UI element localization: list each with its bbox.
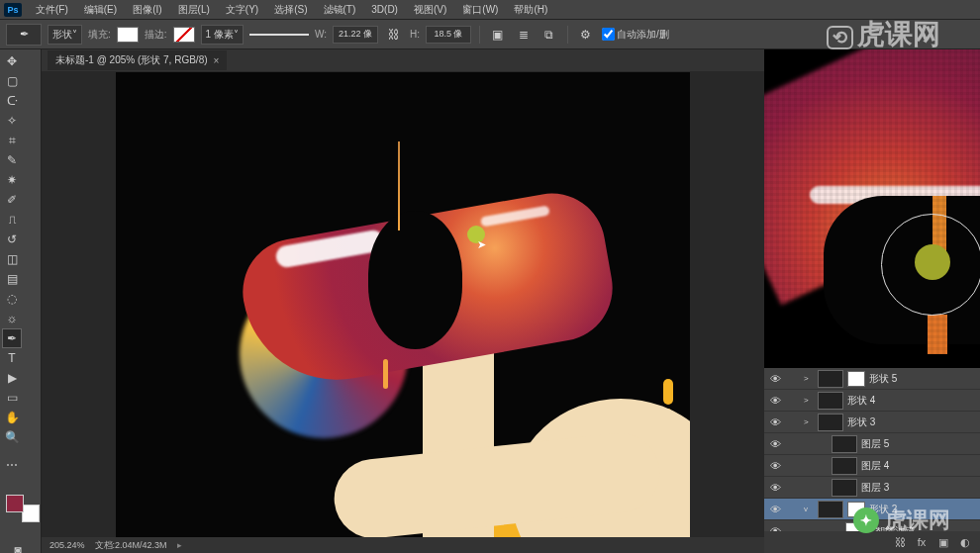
layer-row[interactable]: 👁智能滤镜 xyxy=(764,520,980,531)
layer-thumbnail[interactable] xyxy=(818,370,843,388)
layer-thumbnail[interactable] xyxy=(818,392,843,410)
tool-mode-select[interactable]: 形状 ˅ xyxy=(48,25,82,45)
layer-thumbnail[interactable] xyxy=(818,501,843,518)
menu-file[interactable]: 文件(F) xyxy=(28,3,76,17)
expand-arrow-icon[interactable]: > xyxy=(804,417,814,426)
menu-select[interactable]: 选择(S) xyxy=(266,3,315,17)
canvas[interactable]: ➤ xyxy=(116,72,690,537)
layer-row[interactable]: 👁图层 5 xyxy=(764,433,980,455)
gradient-tool[interactable]: ▤ xyxy=(2,269,22,289)
layer-name[interactable]: 图层 4 xyxy=(861,459,889,473)
eraser-tool[interactable]: ◫ xyxy=(2,249,22,269)
layer-thumbnail[interactable] xyxy=(832,479,857,497)
path-select-tool[interactable]: ▶ xyxy=(2,368,22,388)
layer-name[interactable]: 智能滤镜 xyxy=(875,524,915,532)
layer-thumbnail[interactable] xyxy=(845,522,871,532)
healing-tool[interactable]: ✷ xyxy=(2,170,22,190)
expand-arrow-icon[interactable]: > xyxy=(804,396,814,405)
expand-arrow-icon[interactable]: > xyxy=(804,374,814,383)
settings-gear-icon[interactable]: ⚙ xyxy=(576,25,596,45)
document-tab[interactable]: 未标题-1 @ 205% (形状 7, RGB/8) × xyxy=(48,50,227,70)
layer-mask-thumb[interactable] xyxy=(847,371,865,387)
brush-tool[interactable]: ✐ xyxy=(2,190,22,210)
layer-name[interactable]: 图层 3 xyxy=(861,481,889,495)
stroke-label: 描边: xyxy=(145,28,167,42)
menu-view[interactable]: 视图(V) xyxy=(406,3,454,17)
layer-row[interactable]: 👁v形状 2 xyxy=(764,499,980,520)
foreground-color-swatch[interactable] xyxy=(6,495,24,512)
menu-3d[interactable]: 3D(D) xyxy=(363,4,406,15)
history-brush-tool[interactable]: ↺ xyxy=(2,230,22,249)
visibility-eye-icon[interactable]: 👁 xyxy=(768,460,782,472)
tool-preset-icon[interactable]: ✒ xyxy=(6,24,42,46)
layer-row[interactable]: 👁图层 4 xyxy=(764,455,980,477)
path-align-icon[interactable]: ≣ xyxy=(514,25,534,45)
layer-name[interactable]: 图层 5 xyxy=(861,437,889,451)
layer-mask-icon[interactable]: ▣ xyxy=(936,535,950,549)
layer-row[interactable]: 👁>形状 3 xyxy=(764,412,980,433)
layer-name[interactable]: 形状 2 xyxy=(869,503,897,516)
menu-filter[interactable]: 滤镜(T) xyxy=(316,3,364,17)
visibility-eye-icon[interactable]: 👁 xyxy=(768,482,782,494)
stroke-width-select[interactable]: 1 像素 ˅ xyxy=(201,25,244,45)
crop-tool[interactable]: ⌗ xyxy=(2,131,22,150)
link-wh-icon[interactable]: ⛓ xyxy=(384,25,404,45)
move-tool[interactable]: ✥ xyxy=(2,51,22,71)
edit-toolbar-icon[interactable]: ⋯ xyxy=(2,455,22,475)
layer-name[interactable]: 形状 5 xyxy=(869,372,897,386)
eyedropper-tool[interactable]: ✎ xyxy=(2,150,22,170)
menu-window[interactable]: 窗口(W) xyxy=(454,3,506,17)
menu-image[interactable]: 图像(I) xyxy=(125,3,169,17)
menu-help[interactable]: 帮助(H) xyxy=(506,3,555,17)
width-input[interactable] xyxy=(333,26,378,44)
visibility-eye-icon[interactable]: 👁 xyxy=(768,373,782,385)
blur-tool[interactable]: ◌ xyxy=(2,289,22,309)
path-operations-icon[interactable]: ▣ xyxy=(488,25,508,45)
fill-swatch[interactable] xyxy=(117,27,139,43)
stroke-swatch[interactable] xyxy=(173,27,195,43)
path-arrange-icon[interactable]: ⧉ xyxy=(539,25,559,45)
background-color-swatch[interactable] xyxy=(22,505,40,522)
stamp-tool[interactable]: ⎍ xyxy=(2,210,22,230)
options-bar: ✒ 形状 ˅ 填充: 描边: 1 像素 ˅ W: ⛓ H: ▣ ≣ ⧉ ⚙ 自动… xyxy=(0,20,980,49)
dodge-tool[interactable]: ☼ xyxy=(2,309,22,328)
layer-row[interactable]: 👁>形状 4 xyxy=(764,390,980,412)
menu-type[interactable]: 文字(Y) xyxy=(218,3,266,17)
layers-panel[interactable]: 👁>形状 5👁>形状 4👁>形状 3👁图层 5👁图层 4👁图层 3👁v形状 2👁… xyxy=(764,368,980,531)
auto-add-checkbox[interactable]: 自动添加/删 xyxy=(602,28,669,42)
magic-wand-tool[interactable]: ✧ xyxy=(2,111,22,131)
canvas-area[interactable]: ➤ xyxy=(42,71,764,537)
layer-row[interactable]: 👁>形状 5 xyxy=(764,368,980,390)
layer-fx-icon[interactable]: fx xyxy=(915,535,929,549)
visibility-eye-icon[interactable]: 👁 xyxy=(768,416,782,428)
stroke-style-select[interactable] xyxy=(249,30,309,40)
layer-name[interactable]: 形状 4 xyxy=(847,394,875,408)
adjustment-layer-icon[interactable]: ◐ xyxy=(958,535,972,549)
layer-thumbnail[interactable] xyxy=(832,457,857,475)
menu-edit[interactable]: 编辑(E) xyxy=(76,3,125,17)
visibility-eye-icon[interactable]: 👁 xyxy=(768,395,782,407)
marquee-tool[interactable]: ▢ xyxy=(2,71,22,91)
height-input[interactable] xyxy=(426,26,471,44)
layer-row[interactable]: 👁图层 3 xyxy=(764,477,980,499)
app-logo: Ps xyxy=(4,3,22,17)
zoom-tool[interactable]: 🔍 xyxy=(2,427,22,447)
layer-thumbnail[interactable] xyxy=(832,435,857,453)
quick-mask-icon[interactable]: ◙ xyxy=(8,540,28,553)
status-zoom[interactable]: 205.24% xyxy=(49,540,85,550)
hand-tool[interactable]: ✋ xyxy=(2,408,22,427)
layer-name[interactable]: 形状 3 xyxy=(847,415,875,429)
menu-layer[interactable]: 图层(L) xyxy=(170,3,218,17)
close-tab-icon[interactable]: × xyxy=(214,55,220,66)
layer-mask-thumb[interactable] xyxy=(847,502,865,517)
visibility-eye-icon[interactable]: 👁 xyxy=(768,438,782,450)
expand-arrow-icon[interactable]: v xyxy=(804,505,814,513)
lasso-tool[interactable]: ᑢ xyxy=(2,91,22,111)
type-tool[interactable]: T xyxy=(2,348,22,368)
pen-tool[interactable]: ✒ xyxy=(2,328,22,348)
shape-tool[interactable]: ▭ xyxy=(2,388,22,408)
color-swatches[interactable] xyxy=(6,495,40,522)
layer-thumbnail[interactable] xyxy=(818,414,843,431)
visibility-eye-icon[interactable]: 👁 xyxy=(768,504,782,515)
link-layers-icon[interactable]: ⛓ xyxy=(893,535,907,549)
